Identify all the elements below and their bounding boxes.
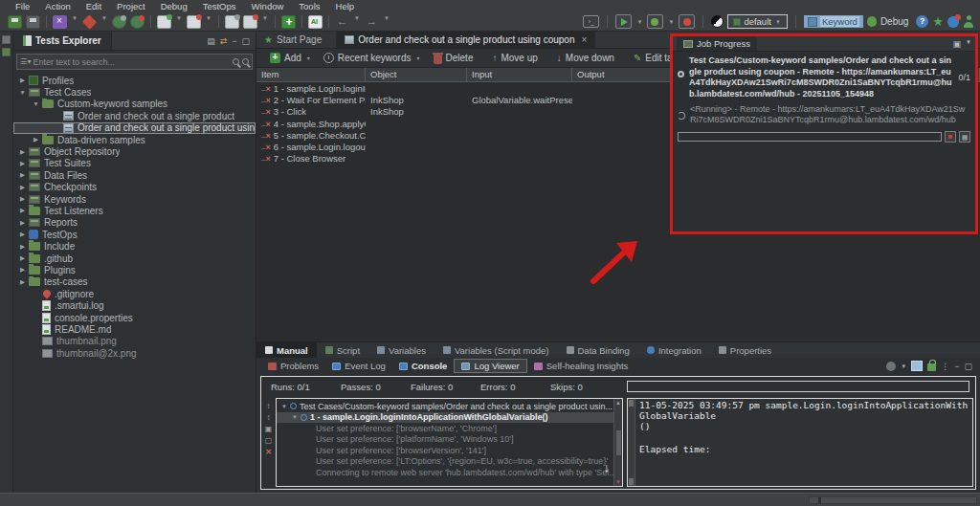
menu-item[interactable]: File (8, 1, 37, 11)
back-icon[interactable] (335, 15, 349, 29)
menu-item[interactable]: Action (37, 1, 78, 11)
toolbar-button[interactable]: Recent keywords ▾ (318, 49, 428, 67)
chevron-icon[interactable]: ▼ (281, 404, 287, 409)
detail-scrollbar[interactable] (628, 399, 635, 486)
menu-item[interactable]: Tools (291, 1, 327, 11)
menu-item[interactable]: Debug (153, 1, 195, 11)
tab-tests-explorer[interactable]: Tests Explorer (13, 32, 112, 50)
tree-item[interactable]: ▶ Profiles (13, 75, 256, 86)
scroll-hint-down-icon[interactable]: ↓ (604, 460, 611, 474)
log-tree-row[interactable]: User set preference: ['LT:Options', '{re… (277, 456, 622, 468)
log-tree-scrollbar[interactable]: ▲▼ (613, 399, 622, 486)
sep[interactable] (328, 15, 329, 28)
chevron-icon[interactable]: ▶ (31, 136, 41, 143)
sep[interactable] (301, 15, 302, 28)
tree-item[interactable]: ▶ Reports (13, 217, 256, 229)
log-tree-row[interactable]: User set preference: ['platformName', 'W… (277, 434, 622, 446)
chevron-icon[interactable]: ▶ (17, 243, 28, 251)
tree-item[interactable]: ▶ Plugins (13, 264, 256, 275)
testops-raptor-icon[interactable] (947, 16, 959, 28)
tree-item[interactable]: ▶ Data Files (13, 169, 256, 181)
job-item[interactable]: Test Cases/Custom-keyword samples/Order … (673, 52, 975, 102)
log-tree-row[interactable]: ▼ Test Cases/Custom-keyword samples/Orde… (277, 401, 622, 412)
menu-item[interactable]: TestOps (195, 1, 244, 11)
forward-icon[interactable] (365, 15, 379, 29)
log-tree-row[interactable]: Connecting to remote web server 'hub.lam… (277, 467, 622, 478)
run-button[interactable] (615, 14, 632, 29)
caret[interactable] (353, 15, 361, 29)
log-tree-row[interactable]: ▼ 1 - sample.Login.loginIntoApplicationW… (277, 412, 622, 424)
terminal-icon[interactable] (583, 15, 599, 28)
view-tab[interactable]: Data Binding (558, 342, 638, 358)
profile-dropdown[interactable]: default (727, 14, 788, 29)
filter-icon[interactable] (20, 57, 30, 66)
scrollbar-thumb[interactable] (616, 430, 621, 455)
clear-finished-icon[interactable]: ▣ (953, 39, 962, 49)
menu-item[interactable]: Window (244, 1, 292, 11)
sep[interactable] (275, 15, 276, 28)
stop-job-button[interactable] (945, 131, 956, 143)
debug-dropdown-caret[interactable] (667, 19, 675, 25)
tree-item[interactable]: thumbnail.png (13, 336, 256, 347)
advanced-search-icon[interactable] (242, 58, 249, 65)
tree-item[interactable]: ▶ Data-driven samples (13, 134, 256, 145)
saveall-icon[interactable] (26, 15, 40, 29)
toolbar-button[interactable]: Move down (551, 49, 628, 67)
column-header-item[interactable]: Item (256, 68, 366, 81)
user-account-icon[interactable] (963, 15, 974, 28)
kebab-menu-icon[interactable]: ⋮ (941, 362, 949, 371)
save-icon[interactable] (8, 15, 22, 29)
minimize-icon[interactable]: − (954, 362, 959, 371)
menu-item[interactable]: Project (109, 1, 153, 11)
chevron-icon[interactable]: ▶ (17, 266, 28, 274)
tree-item[interactable]: ▼ Test Cases (13, 86, 256, 98)
horizontal-scrollbar[interactable] (809, 496, 977, 504)
chevron-icon[interactable]: ▶ (17, 231, 28, 238)
tree-item[interactable]: ▶ Include (13, 240, 256, 252)
view-tab[interactable]: Properties (710, 342, 780, 358)
scroll-down-icon[interactable]: ▼ (615, 479, 621, 485)
maximize-icon[interactable]: ▢ (241, 36, 250, 46)
editor-tab[interactable]: Order and check out a single product usi… (337, 32, 595, 48)
windowsettings-icon[interactable] (225, 15, 239, 29)
editor-tab[interactable]: Start Page (256, 32, 337, 48)
caret[interactable] (100, 15, 108, 29)
tree-item[interactable]: ▶ .github (13, 253, 256, 264)
tab-job-progress[interactable]: Job Progress (677, 36, 757, 51)
log-tree-row[interactable]: User set preference: ['browserVersion', … (277, 445, 622, 456)
expand-all-icon[interactable]: ↕ (267, 402, 271, 410)
debug-label[interactable]: Debug (880, 16, 908, 27)
menu-item[interactable]: Edit (78, 1, 109, 11)
minimize-icon[interactable]: − (232, 36, 236, 46)
collapse-all-icon[interactable]: ↕ (267, 413, 271, 422)
tree-item[interactable]: Order and check out a single product (13, 110, 256, 121)
tree-item[interactable]: console.properties (13, 312, 256, 323)
caret[interactable] (175, 15, 183, 29)
chevron-icon[interactable]: ▼ (292, 414, 298, 420)
console-tab[interactable]: Console (392, 358, 454, 374)
close-tab-icon[interactable]: × (582, 34, 588, 45)
chevron-icon[interactable]: ▶ (17, 207, 28, 214)
record-button[interactable] (679, 14, 695, 29)
chevron-icon[interactable]: ▶ (17, 278, 28, 286)
column-header-object[interactable]: Object (366, 68, 467, 81)
sep[interactable] (46, 15, 47, 28)
job-console-button[interactable] (959, 131, 970, 143)
caret[interactable] (261, 15, 269, 29)
tree-item[interactable]: ▼ Custom-keyword samples (13, 99, 256, 110)
tree-item[interactable]: Order and check out a single product usi… (13, 122, 256, 134)
tree-item[interactable]: ▶ TestOps (13, 229, 256, 240)
tree-item[interactable]: README.md (13, 323, 256, 335)
sep[interactable] (150, 15, 151, 28)
caret[interactable] (383, 15, 390, 29)
toolbar-button[interactable]: Add ▾ (264, 49, 318, 67)
splitter-handle[interactable] (818, 497, 821, 503)
console-tab[interactable]: Problems (261, 358, 325, 374)
view-tab[interactable]: Variables (Script mode) (434, 342, 558, 358)
restore-panel-icon[interactable] (2, 48, 11, 56)
search-icon[interactable] (233, 58, 239, 65)
favorites-star-icon[interactable] (932, 15, 944, 28)
menu-item[interactable]: Help (328, 1, 363, 11)
scroll-lock-icon[interactable] (927, 363, 936, 371)
chevron-icon[interactable]: ▶ (17, 148, 28, 156)
